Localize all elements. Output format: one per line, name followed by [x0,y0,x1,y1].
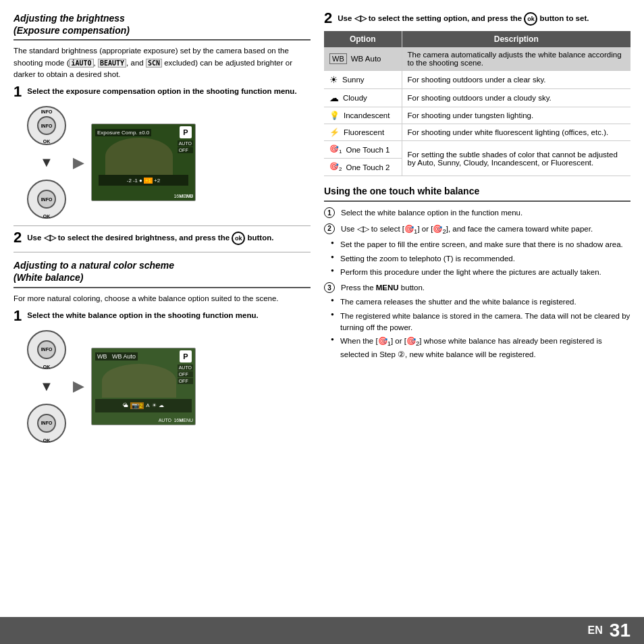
bullet-item: Perform this procedure under the light w… [331,267,630,278]
exposure-section: Adjusting the brightness (Exposure compe… [14,12,311,245]
wb-body: For more natural coloring, choose a whit… [14,293,311,304]
arrow-right-2: ▶ [73,377,84,395]
bullet-item: When the [🎯1] or [🎯2] whose white balanc… [331,336,630,360]
desc-incandescent: For shooting under tungsten lighting. [402,107,630,124]
exposure-step2: 2 Use ◁▷ to select the desired brightnes… [14,232,311,245]
exposure-comp-label: Exposure Comp. ±0.0 [95,129,151,136]
table-row: ⚡ Fluorescent For shooting under white f… [324,124,630,141]
one-touch-1-label: One Touch 1 [346,146,390,154]
circled-1: 1 [324,207,335,218]
ot-step3: 3 Press the MENU button. [324,282,630,294]
bullet-item: Set the paper to fill the entire screen,… [331,239,630,250]
wb-icon-sunny: ☀ [152,402,157,408]
exposure-diagram: INFO INFO OK ▼ INFO [27,106,311,219]
exposure-body: The standard brightness (appropriate exp… [14,45,311,80]
table-row: 🎯1 One Touch 1 For setting the subtle sh… [324,141,630,159]
footer-bar: EN 31 [0,617,644,644]
right-column: 2 Use ◁▷ to select the setting option, a… [324,12,630,610]
off-icon-2: OFF [178,371,193,377]
one-touch-2-icon: 🎯2 [329,162,342,172]
right-step2-text: Use ◁▷ to select the setting option, and… [338,12,589,26]
arrow-right-1: ▶ [73,154,84,171]
table-row: 💡 Incandescent For shooting under tungst… [324,107,630,124]
wb-btn-outer-bot: INFO [27,404,66,443]
footer-page-num: 31 [610,620,630,641]
cam-header-1: Exposure Comp. ±0.0 P [95,126,192,138]
wb-bottom-button: INFO OK [27,404,66,443]
left-column: Adjusting the brightness (Exposure compe… [14,12,311,610]
incandescent-label: Incandescent [344,111,390,119]
wb-step1: 1 Select the white balance option in the… [14,310,311,323]
option-cloudy: ☁ Cloudy [324,89,402,107]
right-step-num-2: 2 [324,11,332,26]
table-row: ☁ Cloudy For shooting outdoors under a c… [324,89,630,107]
ot-step1: 1 Select the white balance option in the… [324,207,630,219]
option-incandescent: 💡 Incandescent [324,107,402,124]
cam-header-2: WB WB Auto P [95,350,192,363]
cam-right-icons-1: AUTO OFF [178,140,193,153]
wb-btn-inner-bot: INFO [37,414,56,433]
desc-one-touch: For setting the subtle shades of color t… [402,141,630,176]
wb-label: WB WB Auto [95,352,138,360]
auto-icon-2: AUTO [178,365,193,371]
wb-diagram: INFO OK ▼ INFO OK [27,330,311,443]
wb-icon-auto: A [146,402,149,408]
option-one-touch-2: 🎯2 One Touch 2 [324,159,402,176]
cam-right-icons-2: AUTO OFF OFF [178,365,193,384]
content-area: Adjusting the brightness (Exposure compe… [0,0,644,617]
top-button-group: INFO INFO OK [27,106,66,145]
one-touch-2-label: One Touch 2 [346,163,390,171]
bullet-item: The camera releases the shutter and the … [331,296,630,308]
desc-cloudy: For shooting outdoors under a cloudy sky… [402,89,630,107]
option-sunny: ☀ Sunny [324,71,402,89]
wb-section: Adjusting to a natural color scheme(Whit… [14,259,311,443]
table-header-description: Description [402,31,630,47]
step-number-1: 1 [14,84,22,99]
ot-step2: 2 Use ◁▷ to select [🎯1] or [🎯2], and fac… [324,223,630,237]
wb-btn-outer-top: INFO [27,330,66,369]
down-arrow: ▼ [40,155,53,170]
step2-text: Use ◁▷ to select the desired brightness,… [27,232,273,245]
table-header-option: Option [324,31,402,47]
exposure-bar: -2 -1 ● +1 +2 [99,175,188,186]
step-number-2: 2 [14,230,22,245]
bullet-item: Setting the zoom to telephoto (T) is rec… [331,253,630,265]
wb-auto-label: WB Auto [351,55,381,63]
auto-icon: AUTO [178,140,193,146]
ot-step3-bullets: The camera releases the shutter and the … [324,296,630,360]
camera-screen-1: Exposure Comp. ±0.0 P AUTO OFF -2 -1 [91,124,196,201]
cloudy-label: Cloudy [343,94,367,102]
off-icon-3: OFF [178,378,193,384]
wb-icon-2: 🌥 [123,402,128,408]
option-wb-auto: WB WB Auto [324,47,402,71]
option-fluorescent: ⚡ Fluorescent [324,124,402,141]
one-touch-section: Using the one touch white balance 1 Sele… [324,186,630,360]
cloudy-icon: ☁ [329,92,339,103]
one-touch-1-icon: 🎯1 [329,144,342,155]
wb-auto-icon: WB [329,53,347,64]
wb-step1-text: Select the white balance option in the s… [27,310,258,321]
sunny-icon: ☀ [329,74,338,85]
ot-step2-bullets: Set the paper to fill the entire screen,… [324,239,630,278]
wb-step-number-1: 1 [14,308,22,323]
camera-buttons-col: INFO INFO OK ▼ INFO [27,106,66,219]
info-button-inner-2: INFO [37,190,56,209]
circled-2: 2 [324,223,335,234]
desc-wb-auto: The camera automatically adjusts the whi… [402,47,630,71]
wb-selected-icon: 📷2 [130,402,144,409]
desc-fluorescent: For shooting under white fluorescent lig… [402,124,630,141]
fluorescent-label: Fluorescent [344,128,384,136]
sunny-label: Sunny [342,76,365,84]
step1-text: Select the exposure compensation option … [27,86,296,97]
p-mode-badge-2: P [180,350,192,363]
off-icon: OFF [178,147,193,153]
option-one-touch-1: 🎯1 One Touch 1 [324,141,402,159]
wb-btn-inner-top: INFO [37,340,56,359]
p-mode-badge: P [180,126,192,138]
circled-3: 3 [324,282,335,293]
wb-down-arrow: ▼ [40,379,53,394]
page: Adjusting the brightness (Exposure compe… [0,0,644,644]
ot-step2-text: Use ◁▷ to select [🎯1] or [🎯2], and face … [341,223,593,237]
wb-title: Adjusting to a natural color scheme(Whit… [14,259,311,284]
exposure-title: Adjusting the brightness (Exposure compe… [14,12,311,36]
